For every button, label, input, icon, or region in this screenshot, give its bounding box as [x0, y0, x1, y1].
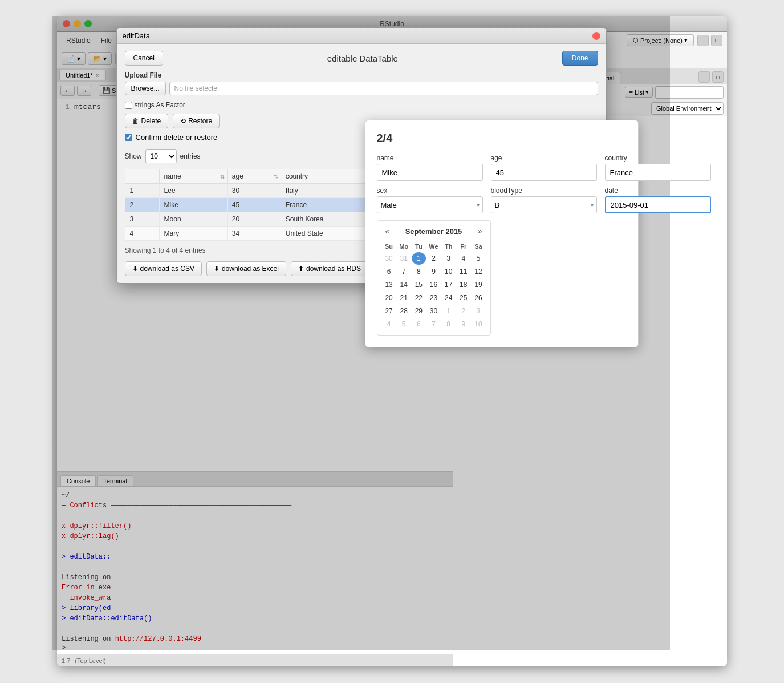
cal-day-6[interactable]: 6	[382, 265, 396, 278]
age-field-input[interactable]	[491, 164, 597, 181]
form-grid: name age country sex Male Female	[377, 154, 627, 213]
row-num-3: 3	[125, 212, 159, 227]
cal-day-21[interactable]: 21	[397, 292, 411, 304]
cal-day-14[interactable]: 14	[397, 278, 411, 291]
cal-day-23[interactable]: 23	[426, 292, 441, 304]
confirm-delete-checkbox[interactable]	[125, 134, 132, 141]
country-field-input[interactable]	[605, 164, 711, 181]
cal-day-30[interactable]: 30	[426, 305, 441, 317]
download-csv-icon: ⬇	[132, 265, 138, 273]
right-panel-minimize[interactable]: –	[698, 71, 710, 83]
cal-day-24[interactable]: 24	[441, 292, 456, 304]
done-button[interactable]: Done	[562, 51, 598, 66]
cal-day-10[interactable]: 10	[441, 265, 456, 278]
step-indicator: 2/4	[377, 132, 627, 145]
bloodtype-select[interactable]: A B AB O	[491, 196, 597, 213]
browse-button[interactable]: Browse...	[125, 82, 166, 95]
cal-day-19[interactable]: 19	[471, 278, 485, 291]
cal-day-4[interactable]: 4	[456, 252, 470, 265]
restore-button[interactable]: ⟲ Restore	[173, 114, 220, 128]
download-rds-label: download as RDS	[306, 265, 361, 273]
country-field-label: country	[605, 154, 711, 162]
cal-day-22[interactable]: 22	[412, 292, 426, 304]
cal-day-12[interactable]: 12	[471, 265, 485, 278]
cal-day-4next[interactable]: 4	[382, 318, 396, 330]
cal-day-5[interactable]: 5	[471, 252, 485, 265]
trash-icon: 🗑	[132, 117, 139, 125]
cell-age-1: 30	[227, 184, 281, 198]
project-arrow: ▾	[684, 37, 688, 44]
field-sex: sex Male Female ▾	[377, 187, 483, 213]
cal-header-sa: Sa	[471, 241, 485, 252]
cal-header-tu: Tu	[412, 241, 426, 252]
upload-row: Browse... No file selecte	[125, 82, 598, 95]
delete-label: Delete	[141, 117, 161, 125]
cal-day-2[interactable]: 2	[426, 252, 441, 265]
minimize-win[interactable]: –	[697, 35, 709, 46]
col-header-name[interactable]: name ⇅	[159, 169, 227, 184]
cal-day-2next[interactable]: 2	[456, 305, 470, 317]
cal-day-6next[interactable]: 6	[412, 318, 426, 330]
download-excel-button[interactable]: ⬇ download as Excel	[206, 261, 286, 276]
cal-day-7[interactable]: 7	[397, 265, 411, 278]
cal-day-27[interactable]: 27	[382, 305, 396, 317]
maximize-win[interactable]: □	[711, 35, 722, 46]
scope-level: (Top Level)	[75, 657, 105, 664]
cal-day-26[interactable]: 26	[471, 292, 485, 304]
cal-day-28[interactable]: 28	[397, 305, 411, 317]
cal-header-fr: Fr	[456, 241, 470, 252]
strings-as-factor-checkbox[interactable]	[125, 102, 132, 109]
cal-day-5next[interactable]: 5	[397, 318, 411, 330]
cell-name-4: Mary	[159, 227, 227, 241]
name-field-input[interactable]	[377, 164, 483, 181]
dialog-close-button[interactable]: ✕	[592, 32, 600, 40]
cal-day-30prev[interactable]: 30	[382, 252, 396, 265]
cal-day-8[interactable]: 8	[412, 265, 426, 278]
entries-label: entries	[180, 152, 201, 160]
cal-day-15[interactable]: 15	[412, 278, 426, 291]
entries-select[interactable]: 10	[145, 149, 177, 163]
cal-day-29[interactable]: 29	[412, 305, 426, 317]
cal-header-su: Su	[382, 241, 396, 252]
cell-name-3: Moon	[159, 212, 227, 227]
cal-day-10next[interactable]: 10	[471, 318, 485, 330]
download-excel-icon: ⬇	[214, 265, 220, 273]
field-bloodtype: bloodType A B AB O ▾	[491, 187, 597, 213]
cal-day-31prev[interactable]: 31	[397, 252, 411, 265]
cal-day-25[interactable]: 25	[456, 292, 470, 304]
strings-as-factor-label[interactable]: strings As Factor	[125, 101, 185, 109]
sex-select[interactable]: Male Female	[377, 196, 483, 213]
field-date: date	[605, 187, 711, 213]
sex-select-wrap: Male Female ▾	[377, 196, 483, 213]
cal-day-9[interactable]: 9	[426, 265, 441, 278]
row-num-1: 1	[125, 184, 159, 198]
cal-day-16[interactable]: 16	[426, 278, 441, 291]
cal-day-13[interactable]: 13	[382, 278, 396, 291]
cal-day-18[interactable]: 18	[456, 278, 470, 291]
cell-age-4: 34	[227, 227, 281, 241]
download-csv-button[interactable]: ⬇ download as CSV	[125, 261, 202, 276]
cal-day-17[interactable]: 17	[441, 278, 456, 291]
col-header-age[interactable]: age ⇅	[227, 169, 281, 184]
download-rds-button[interactable]: ⬆ download as RDS	[291, 261, 368, 276]
cal-header-th: Th	[441, 241, 456, 252]
cal-day-8next[interactable]: 8	[441, 318, 456, 330]
cal-day-3next[interactable]: 3	[471, 305, 485, 317]
cal-day-1[interactable]: 1	[412, 252, 426, 265]
cal-day-1next[interactable]: 1	[441, 305, 456, 317]
cal-day-20[interactable]: 20	[382, 292, 396, 304]
col-header-num	[125, 169, 159, 184]
cal-day-7next[interactable]: 7	[426, 318, 441, 330]
cal-day-9next[interactable]: 9	[456, 318, 470, 330]
delete-button[interactable]: 🗑 Delete	[125, 114, 169, 128]
calendar-month-year: September 2015	[405, 227, 462, 236]
calendar-prev-button[interactable]: «	[382, 225, 393, 237]
cancel-button[interactable]: Cancel	[125, 51, 163, 66]
calendar-next-button[interactable]: »	[474, 225, 486, 237]
date-field-input[interactable]	[605, 196, 711, 213]
cal-header-we: We	[426, 241, 441, 252]
right-panel-maximize[interactable]: □	[712, 71, 724, 83]
cal-day-11[interactable]: 11	[456, 265, 470, 278]
name-field-label: name	[377, 154, 483, 162]
cal-day-3[interactable]: 3	[441, 252, 456, 265]
